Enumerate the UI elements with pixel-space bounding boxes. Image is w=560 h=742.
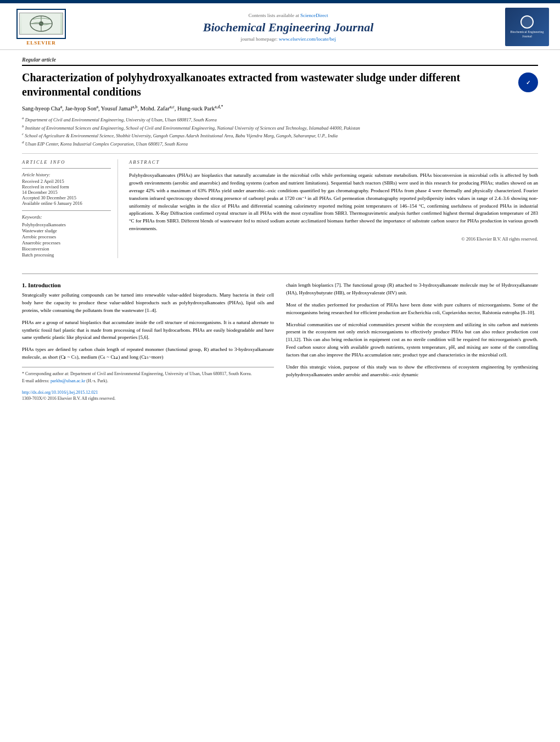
email-footnote: E-mail address: parkhs@ulsan.ac.kr (H.-s…	[22, 378, 274, 384]
footnote-section: * Corresponding author at: Department of…	[22, 367, 274, 384]
article-type: Regular article	[22, 57, 538, 66]
sciencedirect-anchor[interactable]: ScienceDirect	[300, 13, 328, 18]
keyword-5: Bioconversion	[22, 246, 111, 252]
journal-homepage-link[interactable]: www.elsevier.com/locate/bej	[279, 36, 336, 42]
email-suffix: (H.-s. Park).	[86, 378, 108, 383]
keywords-divider	[22, 210, 111, 211]
keyword-3: Aerobic processes	[22, 234, 111, 239]
article-divider	[22, 153, 538, 154]
right-para-2: Most of the studies performed for produc…	[286, 302, 538, 317]
elsevier-logo: ELSEVIER	[11, 9, 71, 46]
two-col-main: 1. Introduction Strategically water poll…	[22, 282, 538, 401]
journal-logo-right: Biochemical Engineering Journal	[505, 8, 549, 46]
issn-text: 1369-703X/© 2016 Elsevier B.V. All right…	[22, 396, 115, 401]
corresponding-footnote: * Corresponding author at: Department of…	[22, 371, 274, 377]
logo-circle	[520, 15, 534, 29]
copyright: © 2016 Elsevier B.V. All rights reserved…	[129, 236, 538, 242]
affiliations: a Department of Civil and Environmental …	[22, 116, 538, 148]
intro-title: Introduction	[28, 282, 61, 288]
doi-section: http://dx.doi.org/10.1016/j.bej.2015.12.…	[22, 389, 274, 401]
intro-heading: 1. Introduction	[22, 282, 274, 288]
crossmark-icon[interactable]: ✓	[518, 72, 538, 92]
affiliation-b: Institute of Environmental Sciences and …	[25, 125, 360, 131]
journal-header: ELSEVIER Contents lists available at Sci…	[0, 3, 560, 50]
right-para-1: chain length bioplastics [7]. The functi…	[286, 282, 538, 297]
intro-para-2: PHAs are a group of natural bioplastics …	[22, 319, 274, 342]
abstract-label: ABSTRACT	[129, 159, 538, 165]
authors: Sang-hyeop Chaa, Jae-hyop Sona, Yousuf J…	[22, 104, 538, 113]
history-label: Article history:	[22, 172, 111, 177]
keywords-section: Keywords: Polyhydroxyalkanoates Wastewat…	[22, 210, 111, 258]
keyword-6: Batch processing	[22, 252, 111, 258]
sciencedirect-link: Contents lists available at ScienceDirec…	[82, 13, 494, 18]
affiliation-c: School of Agriculture & Environmental Sc…	[25, 133, 338, 138]
article-info-abstract: ARTICLE INFO Article history: Received 2…	[22, 159, 538, 258]
available-date: Available online 6 January 2016	[22, 200, 111, 206]
intro-para-1: Strategically water polluting compounds …	[22, 292, 274, 315]
journal-homepage: journal homepage: www.elsevier.com/locat…	[82, 36, 494, 42]
affiliation-a: Department of Civil and Environmental En…	[25, 117, 217, 122]
abstract-text: Polyhydroxyalkanoates (PHAs) are bioplas…	[129, 172, 538, 233]
abstract-divider	[129, 168, 538, 169]
doi-link[interactable]: http://dx.doi.org/10.1016/j.bej.2015.12.…	[22, 390, 98, 395]
logo-right-text: Biochemical Engineering Journal	[507, 30, 547, 39]
intro-number: 1.	[22, 282, 26, 288]
keyword-4: Anaerobic processes	[22, 240, 111, 246]
abstract-col: ABSTRACT Polyhydroxyalkanoates (PHAs) ar…	[129, 159, 538, 258]
article-info-label: ARTICLE INFO	[22, 159, 111, 165]
article-info-divider	[22, 168, 111, 169]
accepted-date: Accepted 30 December 2015	[22, 195, 111, 200]
right-main-col: chain length bioplastics [7]. The functi…	[286, 282, 538, 401]
keyword-1: Polyhydroxyalkanoates	[22, 222, 111, 227]
article-history: Article history: Received 2 April 2015 R…	[22, 172, 111, 206]
elsevier-logo-image	[19, 13, 63, 35]
article-body: Regular article Characterization of poly…	[0, 50, 560, 265]
article-title-section: Characterization of polyhydroxyalkanoate…	[22, 70, 538, 99]
received-date: Received 2 April 2015	[22, 178, 111, 184]
right-para-4: Under this strategic vision, purpose of …	[286, 364, 538, 379]
page: ELSEVIER Contents lists available at Sci…	[0, 0, 560, 742]
elsevier-logo-box	[16, 9, 66, 39]
keyword-2: Wastewater sludge	[22, 228, 111, 233]
article-info-col: ARTICLE INFO Article history: Received 2…	[22, 159, 118, 258]
email-link[interactable]: parkhs@ulsan.ac.kr	[51, 378, 85, 383]
elsevier-text: ELSEVIER	[26, 40, 56, 46]
right-para-3: Microbial communities use of microbial c…	[286, 321, 538, 360]
affiliation-d: Ulsan EIP Center, Korea Industrial Compl…	[25, 141, 188, 147]
content-divider	[22, 274, 538, 274]
main-content: 1. Introduction Strategically water poll…	[0, 265, 560, 410]
keywords-label: Keywords:	[22, 214, 111, 220]
journal-title: Biochemical Engineering Journal	[82, 20, 494, 35]
revised-date: 14 December 2015	[22, 189, 111, 195]
intro-para-3: PHAs types are defined by carbon chain l…	[22, 346, 274, 361]
revised-label: Received in revised form	[22, 184, 111, 189]
article-main-title: Characterization of polyhydroxyalkanoate…	[22, 70, 513, 99]
left-main-col: 1. Introduction Strategically water poll…	[22, 282, 274, 401]
email-label: E-mail address:	[22, 378, 49, 383]
journal-center: Contents lists available at ScienceDirec…	[71, 13, 505, 42]
